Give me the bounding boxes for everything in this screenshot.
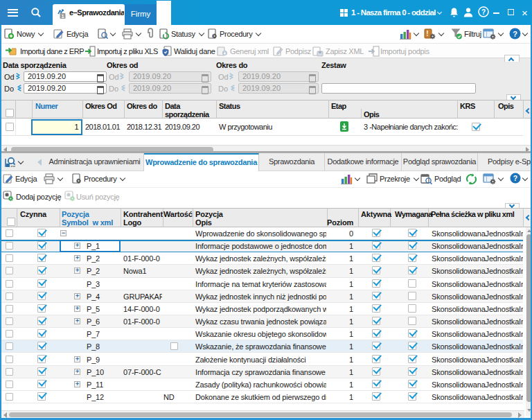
svg-text:1: 1 xyxy=(61,13,64,19)
svg-text:?: ? xyxy=(513,174,517,182)
svg-text:!: ! xyxy=(426,30,428,37)
svg-text:?: ? xyxy=(513,30,517,38)
svg-text:?: ? xyxy=(481,8,486,16)
